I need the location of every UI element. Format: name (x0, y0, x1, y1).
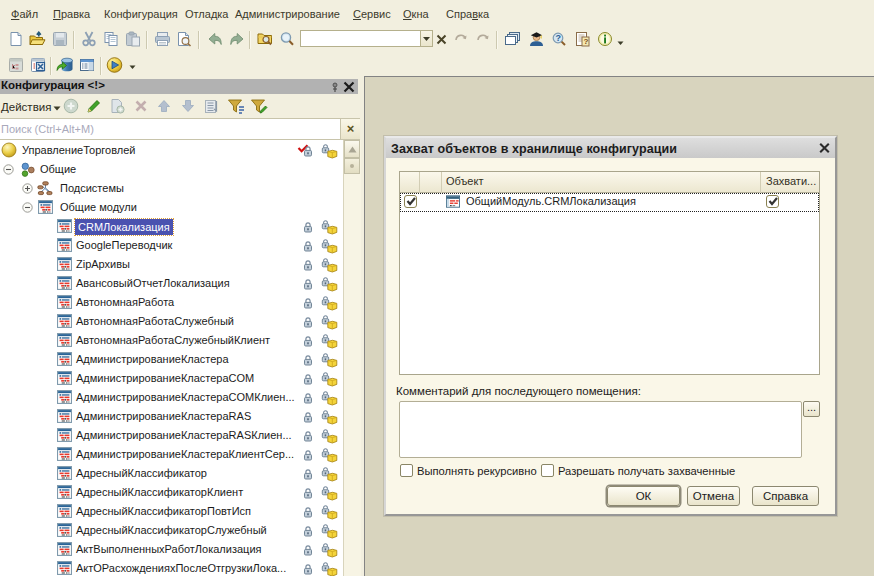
svg-text:?: ? (584, 37, 589, 46)
svg-text:?: ? (556, 33, 562, 43)
